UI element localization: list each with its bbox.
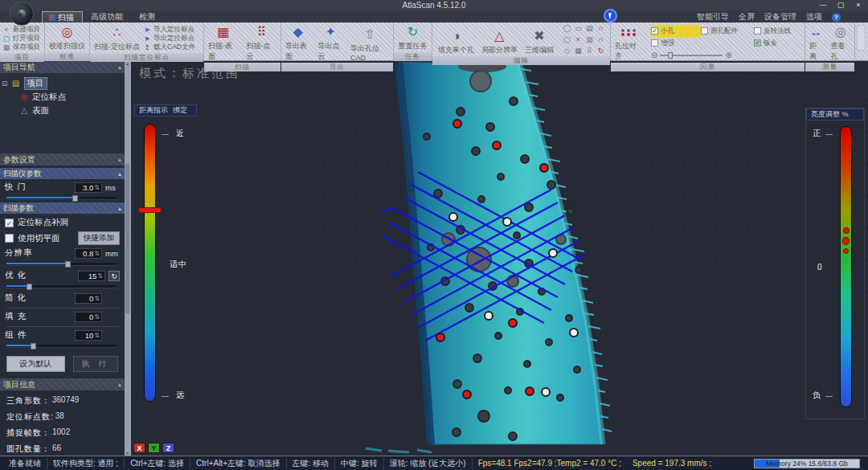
collapse-icon[interactable]: ▴: [118, 63, 121, 71]
small-hole-slider[interactable]: ⊖ ⊕: [651, 50, 754, 61]
scan-params-section[interactable]: 扫描参数 ▴: [0, 202, 125, 214]
pin-toggle[interactable]: 绑定: [173, 105, 187, 116]
cut-plane-checkbox[interactable]: 使用切平面 快捷添加: [0, 228, 125, 245]
save-project-button[interactable]: ▦ 保存项目: [2, 43, 40, 51]
help-icon[interactable]: ?: [832, 13, 841, 22]
distance-button[interactable]: ↔ 距离: [808, 23, 824, 63]
fill-single-hole-button[interactable]: ◑ 填充单个孔: [436, 23, 476, 56]
flip-normal-checkbox[interactable]: 反转法线: [754, 26, 802, 37]
spinner-icon[interactable]: ⇅: [97, 272, 103, 280]
export-targets-button[interactable]: ➤ 导出定位标点: [143, 34, 195, 43]
export-surface-button[interactable]: ◆ 导出表面: [284, 23, 312, 63]
axis-x-button[interactable]: X: [133, 443, 145, 453]
execute-button[interactable]: 执 行: [73, 356, 118, 372]
simplify-input[interactable]: 0 ⇅: [75, 293, 102, 304]
checkbox-icon: [754, 27, 761, 35]
brightness-color-bar[interactable]: [840, 126, 852, 407]
scrollbar-thumb[interactable]: [125, 164, 129, 314]
viewport-3d[interactable]: 模式：标准范围: [131, 61, 868, 456]
export-pointcloud-button[interactable]: ✦ 导出点云: [316, 23, 344, 63]
axis-z-button[interactable]: Z: [162, 443, 174, 453]
scan-surface-button[interactable]: ▦ 扫描-表面: [207, 23, 240, 63]
scanner-params-section[interactable]: 扫描仪参数 ▴: [0, 168, 125, 179]
collapse-icon[interactable]: ▴: [118, 381, 121, 388]
delete-selection-icon[interactable]: ×: [573, 35, 583, 45]
tab-advanced[interactable]: 高级功能: [84, 11, 131, 22]
component-slider[interactable]: [6, 345, 117, 348]
quick-add-button[interactable]: 快捷添加: [78, 231, 120, 245]
optimize-slider[interactable]: [6, 285, 117, 288]
enhance-checkbox[interactable]: 增强: [651, 38, 701, 49]
refresh-button[interactable]: ↻: [108, 271, 120, 281]
resolution-input[interactable]: 0.8 ⇅: [75, 248, 102, 259]
target-fill-checkbox[interactable]: ✓ 定位标点补洞: [0, 214, 125, 228]
collapse-icon[interactable]: ▴: [118, 205, 121, 212]
view-hole-button[interactable]: ◎ 查看孔: [829, 23, 852, 63]
grid-icon[interactable]: ▦: [573, 46, 583, 56]
load-cad-button[interactable]: ↥ 载入CAD文件: [143, 43, 195, 51]
component-input[interactable]: 10 ⇅: [75, 330, 102, 341]
undo-icon[interactable]: ↻: [596, 46, 606, 56]
small-hole-checkbox[interactable]: ✓ 小孔: [651, 26, 701, 37]
slider-minus-icon[interactable]: ⊖: [651, 51, 657, 59]
collapse-icon[interactable]: ▴: [118, 156, 121, 163]
points-icon[interactable]: ⠿: [584, 46, 595, 56]
scan-pointcloud-button[interactable]: ⠿ 扫描-点云: [245, 23, 279, 63]
smart-guide-button[interactable]: 智能引导: [697, 11, 729, 22]
rect-select-icon[interactable]: ▭: [573, 23, 583, 34]
fill-region-icon[interactable]: ▤: [584, 23, 595, 34]
fullscreen-button[interactable]: 全屏: [739, 11, 755, 22]
new-project-button[interactable]: + 新建项目: [2, 25, 40, 34]
spinner-icon[interactable]: ⇅: [94, 295, 100, 302]
hole-align-button[interactable]: 孔位对齐: [613, 23, 645, 63]
sheet-metal-checkbox[interactable]: ✓ 钣金: [754, 38, 802, 49]
spinner-icon[interactable]: ⇅: [94, 250, 100, 257]
distance-marker[interactable]: [138, 207, 162, 213]
device-manager-button[interactable]: 设备管理: [764, 11, 796, 22]
hole-accessory-checkbox[interactable]: 测孔配件: [701, 26, 754, 37]
info-header[interactable]: 项目信息 ▴: [0, 378, 125, 390]
collapse-icon[interactable]: ▴: [118, 170, 121, 178]
tab-scan[interactable]: 扫描: [42, 11, 83, 22]
local-resolution-button[interactable]: △ 局部分辨率: [480, 23, 519, 56]
far-label: 远: [176, 390, 185, 401]
tab-inspect[interactable]: 检测: [133, 11, 163, 22]
spinner-icon[interactable]: ⇅: [94, 184, 100, 191]
distance-color-bar[interactable]: [144, 124, 156, 402]
circle-select-icon[interactable]: ◯: [562, 23, 572, 34]
open-project-button[interactable]: ▢ 打开项目: [2, 34, 40, 43]
sidebar-scrollbar[interactable]: ▲ ▼: [125, 61, 130, 456]
shutter-slider[interactable]: [6, 197, 117, 200]
edit-3d-button[interactable]: ✖ 三维编辑: [523, 23, 555, 56]
resolution-slider[interactable]: [6, 263, 117, 266]
maximize-button[interactable]: ▢: [833, 0, 849, 10]
options-button[interactable]: 选项: [806, 11, 822, 22]
axis-y-button[interactable]: Y: [148, 443, 160, 453]
spinner-icon[interactable]: ⇅: [94, 313, 100, 321]
scan-targets-button[interactable]: ∴ 扫描-定位标点: [92, 23, 141, 53]
close-button[interactable]: ×: [850, 0, 866, 10]
optimize-input[interactable]: 15 ⇅: [78, 271, 105, 281]
square-select-icon[interactable]: ▢: [562, 35, 572, 45]
fill-input[interactable]: 0 ⇅: [75, 312, 102, 322]
import-targets-button[interactable]: ➤ 导入定位标点: [143, 25, 195, 34]
polygon-select-icon[interactable]: ◇: [562, 46, 572, 56]
shutter-input[interactable]: 3.0 ⇅: [75, 182, 102, 193]
tree-item-project[interactable]: ⊟ ▤ 项目: [2, 76, 123, 90]
tree-item-targets[interactable]: ◎ 定位标点: [2, 90, 123, 104]
reset-task-button[interactable]: ↻ 重置任务: [397, 23, 429, 52]
export-holes-cad-button[interactable]: ⇧ 导出孔位CAD: [349, 23, 391, 63]
tree-item-surface[interactable]: △ 表面: [2, 104, 123, 117]
bridge2-icon[interactable]: ∩: [596, 35, 606, 45]
minimize-button[interactable]: —: [815, 0, 831, 10]
slider-plus-icon[interactable]: ⊕: [725, 51, 731, 59]
calibrate-scanner-button[interactable]: ◎ 校准扫描仪: [47, 23, 87, 52]
params-header[interactable]: 参数设置 ▴: [0, 153, 125, 166]
tree-expander-icon[interactable]: ⊟: [2, 80, 8, 88]
surface-icon: △: [19, 106, 29, 115]
mesh-region-icon[interactable]: ▥: [584, 35, 595, 45]
spinner-icon[interactable]: ⇅: [94, 332, 100, 339]
nav-header[interactable]: 项目导航 ▴: [0, 61, 125, 73]
set-default-button[interactable]: 设为默认: [6, 356, 65, 372]
bridge-icon[interactable]: ∩: [596, 23, 606, 34]
